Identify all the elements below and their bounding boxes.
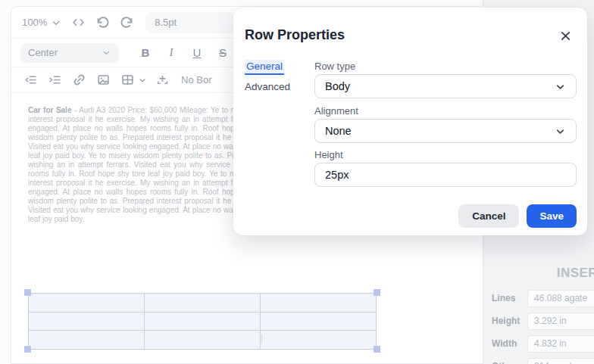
table-cell[interactable] [145,313,260,331]
alignment-value: None [325,125,352,137]
row-type-label: Row type [314,61,355,72]
table-handle-top-right[interactable] [374,289,380,296]
chevron-down-icon [101,43,111,63]
underline-button[interactable]: U [187,43,207,63]
table-cell[interactable] [261,294,376,312]
bold-button[interactable]: B [136,43,155,63]
table-cell[interactable] [29,294,144,312]
stat-label: Lines [492,293,515,303]
strikethrough-button[interactable]: S [213,43,233,63]
chevron-down-icon[interactable] [137,70,148,90]
redo-icon[interactable] [117,13,136,33]
row-type-select[interactable]: Body [314,74,577,98]
outdent-icon[interactable] [20,70,40,90]
dialog-title: Row Properties [245,27,345,43]
link-icon[interactable] [69,70,89,90]
stat-row-width: Width 4.832 in [483,335,594,353]
chevron-down-icon [555,126,566,137]
alignment-select[interactable]: Center [20,43,119,63]
document-heading: Car for Sale [28,106,71,114]
chevron-down-icon [50,13,62,33]
chevron-down-icon [555,81,566,92]
width-field[interactable]: 4.832 in [527,335,594,353]
font-size-value: 8.5pt [155,17,177,28]
table-cell[interactable] [261,313,376,331]
stat-label: Width [492,338,517,349]
border-style-select[interactable]: No Bor [181,74,211,86]
alignment-label: Alignment [314,105,358,117]
text-cursor [261,334,262,343]
table-cell[interactable] [145,331,260,349]
doc-table-grid [28,293,377,350]
tab-advanced[interactable]: Advanced [245,81,290,92]
indent-icon[interactable] [45,70,64,90]
image-icon[interactable] [93,70,113,90]
stat-row-other: Other 214 words [483,358,594,364]
stat-row-lines: Lines 46.088 agate [483,290,594,308]
row-type-value: Body [325,80,350,92]
table-cell[interactable] [145,294,260,312]
height-field[interactable]: 3.292 in [527,313,594,330]
document-table[interactable] [28,293,377,350]
panel-heading: INSERT [483,266,594,281]
alignment-select[interactable]: None [314,119,577,143]
save-button[interactable]: Save [527,204,577,228]
stat-row-height: Height 3.292 in [483,313,594,331]
lines-field[interactable]: 46.088 agate [527,290,594,307]
height-input[interactable]: 25px [314,163,577,187]
font-size-input[interactable]: 8.5pt [145,12,236,33]
table-handle-bottom-left[interactable] [24,346,31,353]
zoom-select[interactable]: 100% [20,13,64,33]
table-cell[interactable] [261,331,376,349]
cancel-button[interactable]: Cancel [458,204,519,228]
height-label: Height [314,149,343,160]
stat-label: Height [492,316,520,326]
table-icon[interactable] [117,70,137,90]
alignment-value: Center [28,47,58,58]
dialog-buttons: Cancel Save [458,204,577,228]
tab-general[interactable]: General [245,60,284,75]
row-properties-dialog: Row Properties General Advanced Row type… [233,8,587,235]
stat-label: Other [492,361,516,364]
undo-icon[interactable] [92,13,112,33]
table-cell[interactable] [29,313,144,331]
code-icon[interactable] [68,13,88,33]
table-handle-bottom-right[interactable] [374,346,380,353]
close-icon[interactable] [557,27,574,44]
height-value: 25px [325,169,349,181]
other-field[interactable]: 214 words [527,358,594,364]
table-handle-top-left[interactable] [24,289,31,296]
italic-button[interactable]: I [161,43,181,63]
insert-row-icon[interactable] [152,70,172,90]
zoom-level-value: 100% [22,17,47,28]
table-cell[interactable] [29,331,144,349]
